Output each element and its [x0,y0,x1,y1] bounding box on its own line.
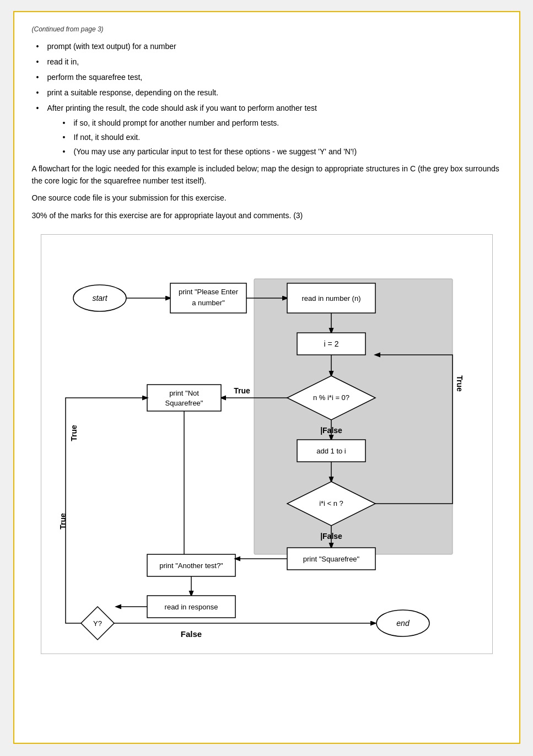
sub-bullet-list: if so, it should prompt for another numb… [58,117,502,158]
sub-bullet-1: if so, it should prompt for another numb… [58,117,502,129]
read-in-response-label: read in response [164,603,218,611]
true-label-left: True [69,425,78,441]
i-equals-2-label: i = 2 [324,339,338,348]
modulo-diamond-label: n % i*i = 0? [313,393,349,402]
paragraph-3: 30% of the marks for this exercise are f… [32,210,502,222]
y-diamond-label: Y? [93,619,102,628]
main-bullet-list: prompt (with text output) for a number r… [32,41,502,158]
true-label-right: True [455,375,464,392]
print-please-enter-label: print "Please Enter [179,288,239,296]
bullet-2: read it in, [32,56,502,68]
true-label-diamond: True [234,386,250,395]
flowchart-svg: start print "Please Enter a number" read… [50,246,486,642]
paragraph-2: One source code file is your submission … [32,192,502,204]
start-label: start [92,294,107,303]
paragraph-1: A flowchart for the logic needed for thi… [32,163,502,187]
ii-lt-n-label: i*i < n ? [319,499,343,507]
print-please-enter-label2: a number" [192,299,225,307]
print-another-test-label: print "Another test?" [159,561,223,570]
print-not-squarefree-1: print "Not [169,389,199,397]
print-not-squarefree-2: Squarefree" [165,399,203,407]
sub-bullet-2: If not, it should exit. [58,132,502,143]
page: (Continued from page 3) prompt (with tex… [13,11,520,744]
sub-bullet-3: (You may use any particular input to tes… [58,146,502,158]
end-label: end [396,619,410,628]
bullet-4: print a suitable response, depending on … [32,87,502,99]
bullet-5: After printing the result, the code shou… [32,102,502,158]
add-1-label: add 1 to i [316,447,346,455]
print-squarefree-label: print "Squarefree" [303,555,359,563]
flowchart-container: start print "Please Enter a number" read… [41,234,493,654]
continued-label: (Continued from page 3) [32,25,502,33]
bullet-1: prompt (with text output) for a number [32,41,502,52]
read-in-number-label: read in number (n) [302,294,360,303]
bullet-3: perform the squarefree test, [32,72,502,83]
false-label-y: False [180,629,201,639]
